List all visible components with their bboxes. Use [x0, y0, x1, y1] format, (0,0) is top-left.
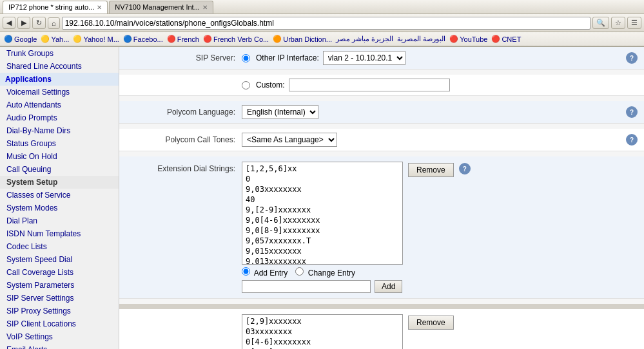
- sidebar-item-trunk-groups[interactable]: Trunk Groups: [0, 47, 119, 60]
- reload-button[interactable]: ↻: [32, 17, 46, 29]
- sidebar-header-applications: Applications: [0, 73, 119, 86]
- ext-dial-label: Extension Dial Strings:: [126, 162, 242, 173]
- bookmark-yahoo2[interactable]: 🟡 Yahoo! M...: [73, 35, 119, 43]
- bookmark-facebook[interactable]: 🔵 Facebo...: [123, 35, 163, 43]
- polycom-language-help-icon[interactable]: ?: [626, 106, 638, 118]
- add-entry-radio[interactable]: [242, 267, 250, 276]
- sidebar-item-sip-client[interactable]: SIP Client Locations: [0, 317, 119, 330]
- sidebar-item-sip-server[interactable]: SIP Server Settings: [0, 292, 119, 305]
- ext-help-icon[interactable]: ?: [459, 163, 471, 174]
- other-ip-radio[interactable]: [242, 54, 250, 62]
- ext-add-input[interactable]: [242, 280, 371, 293]
- ext-add-button[interactable]: Add: [375, 280, 402, 293]
- bookmarks-bar: 🔵 Google 🟡 Yah... 🟡 Yahoo! M... 🔵 Facebo…: [0, 32, 644, 46]
- vlan-select[interactable]: vlan 2 - 10.10.20.1 vlan 1 - 10.10.10.1: [323, 51, 405, 65]
- sidebar-item-classes-of-service[interactable]: Classes of Service: [0, 189, 119, 202]
- sidebar-item-shared-line[interactable]: Shared Line Accounts: [0, 60, 119, 73]
- second-listbox[interactable]: [2,9]xxxxxxx 03xxxxxxxx 0[4-6]xxxxxxxx 0…: [242, 314, 403, 349]
- ext-remove-button[interactable]: Remove: [408, 163, 454, 177]
- sidebar-item-call-coverage[interactable]: Call Coverage Lists: [0, 266, 119, 279]
- sidebar-item-speed-dial[interactable]: System Speed Dial: [0, 253, 119, 266]
- sidebar-item-dial-by-name[interactable]: Dial-By-Name Dirs: [0, 124, 119, 137]
- sidebar-item-voicemail[interactable]: Voicemail Settings: [0, 86, 119, 99]
- polycom-language-label: Polycom Language:: [126, 108, 242, 117]
- back-button[interactable]: ◀: [3, 17, 15, 29]
- list-item[interactable]: 9,03xxxxxxxx: [244, 184, 401, 194]
- tab-1-close[interactable]: ✕: [97, 4, 102, 11]
- tab-2-label: NV7100 Management Int...: [115, 3, 199, 11]
- bookmark-frenchverb[interactable]: 🔴 French Verb Co...: [203, 35, 269, 43]
- tab-2[interactable]: NV7100 Management Int... ✕: [109, 1, 213, 14]
- sidebar-item-voip[interactable]: VoIP Settings: [0, 330, 119, 343]
- browser-nav: ◀ ▶ ↻ ⌂ 🔍 ☆ ☰: [0, 14, 644, 32]
- bookmark-yahoo1[interactable]: 🟡 Yah...: [41, 35, 69, 43]
- ext-radio-row: Add Entry Change Entry: [242, 267, 471, 278]
- ext-dial-listbox[interactable]: [1,2,5,6]xx 0 9,03xxxxxxxx 40 9,[2-9]xxx…: [242, 162, 403, 265]
- change-entry-radio[interactable]: [295, 267, 304, 276]
- sidebar-item-dial-plan[interactable]: Dial Plan: [0, 214, 119, 227]
- list-item[interactable]: 0: [244, 174, 401, 184]
- other-ip-label: Other IP Interface:: [256, 53, 319, 62]
- sip-server-row: SIP Server: Other IP Interface: vlan 2 -…: [119, 47, 644, 70]
- second-list-row: [2,9]xxxxxxx 03xxxxxxxx 0[4-6]xxxxxxxx 0…: [119, 309, 644, 349]
- forward-button[interactable]: ▶: [17, 17, 30, 29]
- list-item[interactable]: 03xxxxxxxx: [244, 326, 401, 337]
- search-button[interactable]: 🔍: [592, 17, 609, 29]
- sidebar: Trunk Groups Shared Line Accounts Applic…: [0, 47, 119, 349]
- sidebar-item-call-queuing[interactable]: Call Queuing: [0, 163, 119, 176]
- sip-server-controls: Other IP Interface: vlan 2 - 10.10.20.1 …: [242, 51, 638, 65]
- custom-radio[interactable]: [242, 81, 250, 90]
- second-remove-button[interactable]: Remove: [408, 316, 454, 330]
- sidebar-item-isdn[interactable]: ISDN Num Templates: [0, 227, 119, 240]
- browser-chrome: IP712 phone * string auto... ✕ NV7100 Ma…: [0, 0, 644, 47]
- bookmark-youtube[interactable]: 🔴 YouTube: [449, 35, 487, 43]
- list-item[interactable]: [2,9]xxxxxxx: [244, 316, 401, 326]
- list-item[interactable]: 9,015xxxxxxx: [244, 246, 401, 256]
- sidebar-header-system-setup: System Setup: [0, 176, 119, 189]
- tab-1[interactable]: IP712 phone * string auto... ✕: [3, 1, 108, 14]
- ext-dial-content: [1,2,5,6]xx 0 9,03xxxxxxxx 40 9,[2-9]xxx…: [242, 162, 471, 293]
- ext-list-container: [1,2,5,6]xx 0 9,03xxxxxxxx 40 9,[2-9]xxx…: [242, 162, 471, 265]
- polycom-language-select[interactable]: English (Internal) English French: [242, 105, 318, 119]
- custom-input[interactable]: [289, 79, 450, 91]
- polycom-tones-help-icon[interactable]: ?: [626, 134, 638, 146]
- sidebar-item-codec[interactable]: Codec Lists: [0, 240, 119, 253]
- custom-controls: Custom:: [242, 79, 638, 91]
- list-item[interactable]: [1,2,5,6]xx: [244, 164, 401, 174]
- bookmark-aljazeera[interactable]: الجزيرة مباشر مصر: [336, 35, 393, 43]
- sidebar-item-music-on-hold[interactable]: Music On Hold: [0, 150, 119, 163]
- sip-server-help-icon[interactable]: ?: [626, 52, 638, 64]
- list-item[interactable]: 0[4-6]xxxxxxxx: [244, 337, 401, 347]
- sidebar-item-status-groups[interactable]: Status Groups: [0, 137, 119, 150]
- sip-server-label: SIP Server:: [126, 53, 242, 62]
- polycom-language-row: Polycom Language: English (Internal) Eng…: [119, 101, 644, 124]
- list-item[interactable]: 9,0[4-6]xxxxxxxx: [244, 215, 401, 225]
- bookmark-french[interactable]: 🔴 French: [167, 35, 199, 43]
- sidebar-item-system-modes[interactable]: System Modes: [0, 202, 119, 214]
- address-bar[interactable]: [62, 17, 590, 30]
- sidebar-item-audio-prompts[interactable]: Audio Prompts: [0, 111, 119, 124]
- menu-button[interactable]: ☰: [627, 17, 641, 29]
- sidebar-item-email-alerts[interactable]: Email Alerts: [0, 343, 119, 349]
- list-item[interactable]: 9,[2-9]xxxxxxx: [244, 205, 401, 215]
- browser-titlebar: IP712 phone * string auto... ✕ NV7100 Ma…: [0, 0, 644, 14]
- bookmark-google[interactable]: 🔵 Google: [4, 35, 37, 43]
- bookmark-cnet[interactable]: 🔴 CNET: [491, 35, 521, 43]
- bookmark-alboursa[interactable]: البورصة المصرية: [397, 35, 445, 43]
- list-item[interactable]: 40: [244, 194, 401, 205]
- sidebar-item-sip-proxy[interactable]: SIP Proxy Settings: [0, 305, 119, 317]
- section-divider: [119, 304, 644, 309]
- bookmark-urban[interactable]: 🟠 Urban Diction...: [273, 35, 332, 43]
- list-item[interactable]: 9,013xxxxxxxx: [244, 256, 401, 265]
- home-button[interactable]: ⌂: [48, 17, 60, 29]
- star-button[interactable]: ☆: [611, 17, 625, 29]
- second-list-spacer: [126, 314, 242, 317]
- polycom-tones-select[interactable]: <Same As Language> English French: [242, 133, 337, 147]
- sidebar-item-system-params[interactable]: System Parameters: [0, 279, 119, 292]
- sidebar-item-auto-attendants[interactable]: Auto Attendants: [0, 99, 119, 111]
- ext-buttons: Remove: [408, 162, 454, 177]
- list-item[interactable]: 9,0[8-9]xxxxxxxx: [244, 225, 401, 236]
- tab-2-close[interactable]: ✕: [202, 4, 208, 11]
- list-item[interactable]: 9,057xxxxxxx.T: [244, 236, 401, 246]
- ext-dial-row: Extension Dial Strings: [1,2,5,6]xx 0 9,…: [119, 156, 644, 299]
